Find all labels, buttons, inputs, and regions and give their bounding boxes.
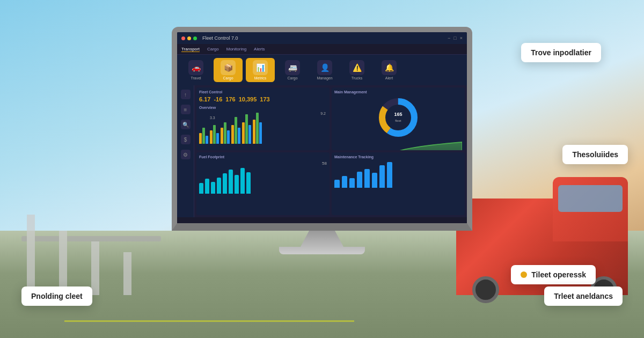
cargo2-icon: 🚐 <box>285 60 300 75</box>
donut-chart: 165 fleet <box>377 96 420 139</box>
metrics-label: Metrics <box>254 76 267 80</box>
alert-label: Alert <box>385 76 393 80</box>
quick-trucks[interactable]: ⚠️ Trucks <box>342 58 371 82</box>
main-management-panel: Main Management 165 fleet <box>332 87 465 150</box>
app-title: Fleet Control 7.0 <box>202 35 445 41</box>
orange-dot-icon <box>521 271 527 278</box>
callout-bottom-left: Pnolding cleet <box>21 286 92 306</box>
app-main: ↑ ≡ 🔍 $ ⚙ Fleet Control 6.17 -16 176 10,… <box>177 85 467 217</box>
stat-2: -16 <box>214 96 222 102</box>
maintenance-panel: Maintenance Tracking <box>332 152 465 215</box>
stat-1: 6.17 <box>199 96 210 102</box>
maintenance-title: Maintenance Tracking <box>334 155 462 159</box>
fleet-control-title: Fleet Control <box>199 90 327 94</box>
trucks-icon: ⚠️ <box>349 60 364 75</box>
travel-icon: 🚗 <box>188 60 203 75</box>
fleet-stats: 6.17 -16 176 10,395 173 <box>199 96 327 102</box>
stat-3: 176 <box>225 96 235 102</box>
callout-bottom-right: Trleet aneldancs <box>544 286 623 306</box>
overview-bar-chart <box>199 112 262 144</box>
monitor-screen: Fleet Control 7.0 − □ × Transport Cargo … <box>172 27 472 231</box>
fleet-control-panel: Fleet Control 6.17 -16 176 10,395 173 Ov… <box>196 87 330 150</box>
svg-text:165: 165 <box>394 112 402 117</box>
managen-label: Managen <box>317 76 332 80</box>
minimize-dot[interactable] <box>187 36 191 40</box>
maintenance-bar-chart <box>334 161 462 188</box>
app-titlebar: Fleet Control 7.0 − □ × <box>177 32 467 44</box>
quick-managen[interactable]: 👤 Managen <box>310 58 339 82</box>
minimize-icon[interactable]: − <box>448 35 450 41</box>
main-management-title: Main Management <box>334 90 462 94</box>
maximize-icon[interactable]: □ <box>453 35 456 41</box>
quick-travel[interactable]: 🚗 Travel <box>181 58 210 82</box>
monitor: Fleet Control 7.0 − □ × Transport Cargo … <box>172 27 472 254</box>
maximize-dot[interactable] <box>193 36 197 40</box>
quick-icons-bar: 🚗 Travel 📦 Cargo 📊 Metrics 🚐 Cargo 👤 Man… <box>177 55 467 85</box>
sidebar-search-icon[interactable]: 🔍 <box>181 120 191 129</box>
cargo-label: Cargo <box>223 76 233 80</box>
sidebar-dollar-icon[interactable]: $ <box>181 135 191 144</box>
area-chart <box>334 139 462 150</box>
app-sidebar: ↑ ≡ 🔍 $ ⚙ <box>177 85 194 217</box>
close-icon[interactable]: × <box>460 35 463 41</box>
titlebar-icons: − □ × <box>448 35 463 41</box>
alert-icon: 🔔 <box>382 60 397 75</box>
callout-top-right: Trove inpodlatier <box>521 43 601 62</box>
monitor-base <box>279 247 365 254</box>
metrics-icon: 📊 <box>253 60 268 75</box>
trucks-label: Trucks <box>352 76 363 80</box>
nav-monitoring[interactable]: Monitoring <box>226 47 246 52</box>
bridge <box>16 188 166 295</box>
close-dot[interactable] <box>181 36 185 40</box>
quick-cargo[interactable]: 📦 Cargo <box>214 58 243 82</box>
quick-cargo2[interactable]: 🚐 Cargo <box>278 58 307 82</box>
overview-title: Overview <box>199 106 327 109</box>
monitor-stand <box>301 231 343 247</box>
callout-bottom-mid: Tileet operessk <box>511 265 596 284</box>
quick-metrics[interactable]: 📊 Metrics <box>246 58 275 82</box>
stat-5: 173 <box>260 96 269 102</box>
callout-right-mid: Thesoluiides <box>562 145 628 164</box>
nav-alerts[interactable]: Alerts <box>254 47 265 52</box>
fuel-bar-chart <box>199 167 327 194</box>
donut-chart-wrap: 165 fleet <box>334 96 462 139</box>
quick-alert[interactable]: 🔔 Alert <box>375 58 404 82</box>
stat-4: 10,395 <box>239 96 257 102</box>
fuel-footprint-title: Fuel Footprint <box>199 155 327 159</box>
app-navbar: Transport Cargo Monitoring Alerts <box>177 44 467 55</box>
sidebar-list-icon[interactable]: ≡ <box>181 105 191 114</box>
nav-cargo[interactable]: Cargo <box>207 47 219 52</box>
cargo2-label: Cargo <box>287 76 297 80</box>
travel-label: Travel <box>191 76 201 80</box>
content-area: Fleet Control 6.17 -16 176 10,395 173 Ov… <box>194 85 467 217</box>
sidebar-settings-icon[interactable]: ⚙ <box>181 150 191 159</box>
sidebar-up-icon[interactable]: ↑ <box>181 90 191 99</box>
nav-transport[interactable]: Transport <box>181 47 200 52</box>
fuel-footprint-panel: Fuel Footprint 58 <box>196 152 330 215</box>
svg-text:fleet: fleet <box>395 119 401 122</box>
cargo-icon: 📦 <box>221 60 236 75</box>
managen-icon: 👤 <box>317 60 332 75</box>
